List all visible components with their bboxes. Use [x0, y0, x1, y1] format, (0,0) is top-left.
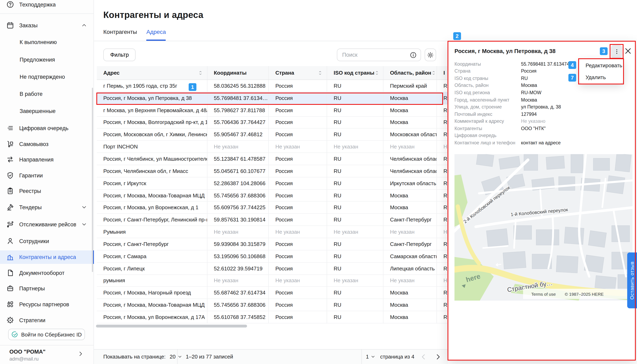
horizontal-scrollbar[interactable]: [96, 325, 247, 328]
table-row[interactable]: Россия, г Санкт-Петербург, Ленинский пр-…: [97, 214, 448, 226]
sidebar-item-orders[interactable]: Заказы: [0, 19, 94, 32]
cell-address: г Москва, ул Верхняя Первомайская, д 48/…: [97, 104, 207, 116]
sber-id-login-button[interactable]: Войти по СберБизнес ID: [8, 329, 85, 340]
table-row[interactable]: Россия, Челябинская обл, г Миасс55.04567…: [97, 165, 448, 178]
table-row[interactable]: Россия, г Липецк52.61022 39.594719Россия…: [97, 262, 448, 275]
table-row[interactable]: Россия, г Москва, Москва-Товарная МЦД55.…: [97, 190, 448, 202]
table-row[interactable]: Россия, г Санкт-Петербург59.939084 30.31…: [97, 238, 448, 250]
menu-item-edit[interactable]: Редактировать: [579, 60, 623, 71]
map-terms-link[interactable]: Terms of use: [531, 292, 556, 296]
column-header-address[interactable]: Адрес: [97, 66, 207, 80]
sort-icon[interactable]: [374, 70, 379, 76]
table-row[interactable]: г Пермь, ул 1905 года, стр 35г58.036245 …: [97, 80, 448, 92]
sidebar-item-support[interactable]: Техподдержка: [0, 0, 94, 11]
sidebar-item-registries[interactable]: Реестры: [0, 184, 94, 198]
table-row[interactable]: Порт INCHONНе указанНе указанНе указанНе…: [97, 141, 448, 153]
cell-iso-country-code: RU: [327, 104, 383, 116]
sidebar-item-in-progress[interactable]: В работе: [0, 87, 94, 100]
column-header-iso-region-code: I: [437, 66, 448, 80]
tab-adresa[interactable]: Адреса: [146, 28, 166, 41]
cell-country: Россия: [269, 165, 327, 177]
column-header-country[interactable]: Страна: [269, 66, 327, 80]
page-of-label: страница из 4: [380, 350, 414, 364]
table-settings-button[interactable]: [425, 48, 436, 61]
company-switcher[interactable]: ООО "РОМА" adm@mail.ru: [0, 346, 94, 364]
column-header-region[interactable]: Область, район: [383, 66, 437, 80]
table-row[interactable]: Россия, г Москва, ул Воронежская, д 17А5…: [97, 311, 448, 324]
map[interactable]: 2-й Колобовский переулок 1-й Колобовский…: [455, 154, 632, 300]
tab-kontragenty[interactable]: Контрагенты: [103, 28, 137, 41]
sort-icon[interactable]: [431, 70, 436, 76]
sidebar-item-strategies[interactable]: Стратегии: [0, 314, 94, 327]
page-select[interactable]: 1: [366, 350, 375, 364]
table-row[interactable]: Россия, г Москва, ул Воронежская, д 155.…: [97, 202, 448, 214]
field-label: Контрагенты: [455, 126, 521, 131]
sidebar-item-directions[interactable]: Направления: [0, 153, 94, 166]
sidebar-item-label: Документооборот: [19, 270, 65, 276]
sidebar-item-pickup[interactable]: Самовывоз: [0, 138, 94, 150]
sidebar-item-flight-tracking[interactable]: Отслеживание рейсов: [0, 218, 94, 231]
sidebar-item-warranties[interactable]: Гарантии: [0, 169, 94, 182]
page-size-label: Показывать на странице:: [103, 354, 166, 360]
menu-item-delete[interactable]: Удалить: [579, 71, 623, 83]
cell-region: Москва: [383, 299, 437, 311]
prev-page-button[interactable]: [420, 353, 427, 360]
table-row[interactable]: Россия, г Самара53.195096 50.106868Росси…: [97, 250, 448, 263]
cell-address: Россия, Московская обл, г Химки, Ленинск…: [97, 129, 207, 140]
sort-icon[interactable]: [318, 70, 323, 76]
company-email: adm@mail.ru: [10, 356, 39, 362]
table-row[interactable]: Россия, Московская обл, г Химки, Ленинск…: [97, 129, 448, 141]
sidebar-item-document-flow[interactable]: Документооборот: [0, 266, 94, 279]
cell-iso-region-code: R: [437, 80, 448, 92]
next-page-button[interactable]: [435, 353, 442, 360]
table-row[interactable]: румынияНе указанНе указанНе указанНе ука…: [97, 275, 448, 287]
sidebar-item-label: Партнеры: [19, 285, 45, 292]
cell-region: Москва: [383, 190, 437, 201]
cell-address: г Пермь, ул 1905 года, стр 35г: [97, 80, 207, 92]
sidebar-item-partner-resources[interactable]: Ресурсы партнеров: [0, 298, 94, 311]
cell-coordinates: 52.61022 39.594719: [207, 262, 269, 274]
sidebar-item-counterparties-addresses[interactable]: Контрагенты и адреса: [0, 250, 94, 264]
feedback-button[interactable]: Оставить отзыв: [627, 252, 637, 308]
sidebar-item-partners[interactable]: Партнеры: [0, 282, 94, 295]
page-size-select[interactable]: 20: [170, 354, 182, 360]
table-row[interactable]: Россия, г Иркутск52.286387 104.28066Росс…: [97, 178, 448, 190]
sidebar-item-label: Стратегии: [19, 317, 45, 323]
sidebar-scrollbar[interactable]: [92, 88, 93, 272]
table-row-selected[interactable]: Россия, г Москва, ул Петровка, д 3855.76…: [97, 92, 448, 104]
sidebar-item-employees[interactable]: Сотрудники: [0, 234, 94, 248]
sidebar-item-orders-todo[interactable]: К выполнению: [0, 36, 94, 48]
table-row[interactable]: Россия, г Челябинск, ул Машиностроителей…: [97, 153, 448, 165]
sort-icon[interactable]: [198, 70, 203, 76]
sidebar-item-digital-queue[interactable]: Цифровая очередь: [0, 122, 94, 134]
close-panel-button[interactable]: [624, 47, 632, 55]
cell-region: Иркутская область: [383, 178, 437, 189]
table-row[interactable]: Россия, г Москва, Москва-Товарная МЦД55.…: [97, 299, 448, 311]
sidebar-item-completed[interactable]: Завершенные: [0, 104, 94, 118]
divider: [0, 14, 94, 14]
field-row: КонтрагентыООО "НТК": [455, 125, 626, 132]
field-label: ISO код региона: [455, 90, 521, 95]
cell-address: Порт INCHON: [97, 141, 207, 152]
info-icon[interactable]: [410, 52, 416, 58]
cell-iso-country-code: RU: [327, 153, 383, 165]
table-row[interactable]: Россия, г Москва, Волгоградский пр-кт, д…: [97, 116, 448, 129]
sidebar-item-offers[interactable]: Предложения: [0, 53, 94, 66]
column-header-iso-country-code[interactable]: ISO код страны: [327, 66, 383, 80]
filter-button[interactable]: Фильтр: [103, 48, 136, 61]
search-input[interactable]: Поиск: [337, 48, 421, 61]
cell-region: Москва: [383, 116, 437, 128]
table-row[interactable]: г Москва, ул Верхняя Первомайская, д 48/…: [97, 104, 448, 116]
table-row[interactable]: РумынияНе указанНе указанНе указанНе ука…: [97, 226, 448, 238]
chevron-down-icon: [81, 222, 87, 227]
cell-coordinates: Не указан: [207, 226, 269, 238]
gavel-icon: [7, 204, 14, 211]
table-row[interactable]: Россия, г Москва, Нагорный проезд55.6874…: [97, 287, 448, 299]
kebab-menu-button[interactable]: [611, 45, 622, 58]
cell-address: Россия, г Санкт-Петербург: [97, 238, 207, 250]
cell-iso-country-code: Не указан: [327, 141, 383, 152]
sidebar-item-tenders[interactable]: Тендеры: [0, 201, 94, 214]
cell-coordinates: 58.036245 56.312888: [207, 80, 269, 92]
sidebar-item-label: Реестры: [19, 188, 41, 194]
sidebar-item-not-confirmed[interactable]: Не подтверждено: [0, 70, 94, 83]
